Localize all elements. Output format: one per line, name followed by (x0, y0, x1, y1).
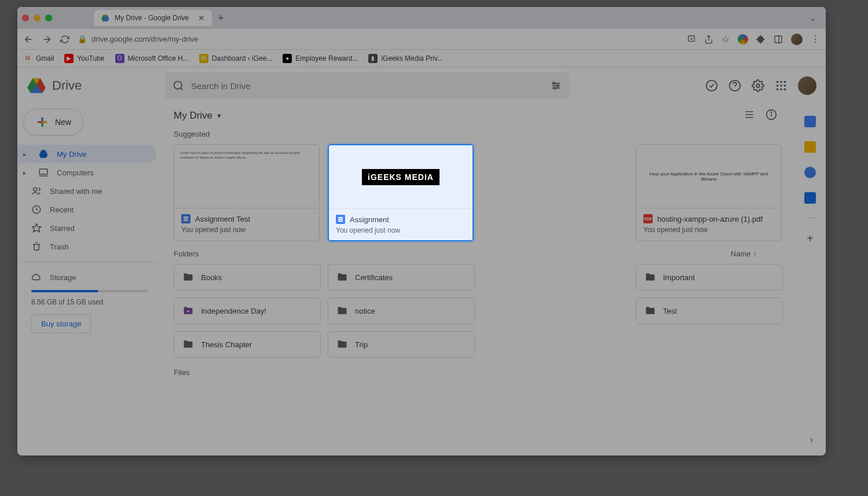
suggested-card-selected[interactable]: iGEEKS MEDIA AssignmentYou opened just n… (328, 144, 474, 241)
svg-marker-35 (32, 224, 41, 232)
clock-icon (31, 204, 42, 215)
account-avatar[interactable] (798, 76, 816, 95)
info-icon[interactable] (766, 109, 777, 120)
drive-logo[interactable]: Drive (27, 76, 160, 95)
folder-icon (182, 339, 194, 350)
help-icon[interactable] (728, 79, 741, 92)
install-app-icon[interactable] (687, 35, 696, 44)
menu-icon[interactable]: ⋮ (811, 34, 820, 45)
bookmark-star-icon[interactable]: ☆ (721, 34, 730, 45)
search-input[interactable] (191, 81, 543, 91)
main-content: My Drive▼ Suggested Lorem ipsum dolor si… (162, 104, 794, 455)
new-tab-button[interactable]: + (218, 12, 224, 24)
tasks-app-icon[interactable] (804, 167, 816, 178)
nav-shared[interactable]: Shared with me (17, 182, 156, 200)
bookmark-dashboard[interactable]: WDashboard ‹ iGee... (199, 54, 273, 63)
nav-my-drive[interactable]: ▸My Drive (17, 145, 156, 163)
sync-icon[interactable] (738, 34, 748, 45)
folder-item[interactable]: Test (636, 297, 783, 324)
folder-item[interactable]: Trip (328, 331, 475, 358)
address-bar[interactable]: 🔒 drive.google.com/drive/my-drive (78, 35, 679, 43)
side-panel-icon[interactable] (774, 35, 783, 44)
card-thumbnail: iGEEKS MEDIA (329, 145, 473, 209)
tab-bar: My Drive - Google Drive ✕ + ⌄ (17, 7, 826, 29)
docs-icon (181, 214, 191, 223)
nav-computers[interactable]: ▸Computers (17, 163, 156, 182)
buy-storage-button[interactable]: Buy storage (31, 314, 91, 333)
offline-ready-icon[interactable] (705, 79, 718, 92)
close-window[interactable] (22, 14, 29, 21)
svg-point-26 (784, 84, 786, 87)
reload-button[interactable] (60, 35, 69, 44)
add-app-icon[interactable]: + (807, 232, 814, 245)
svg-point-42 (187, 310, 189, 312)
svg-point-33 (34, 188, 37, 191)
pdf-icon: PDF (643, 214, 653, 223)
bookmark-employee[interactable]: ●Employee Reward... (283, 54, 358, 63)
keep-app-icon[interactable] (804, 141, 816, 153)
folder-item[interactable]: Certificates (328, 264, 475, 291)
name-sort-button[interactable]: Name ↑ (731, 249, 757, 258)
search-icon (173, 80, 184, 91)
minimize-window[interactable] (34, 14, 41, 21)
folder-icon (336, 339, 348, 350)
bookmark-youtube[interactable]: ▶YouTube (64, 54, 104, 63)
folder-item[interactable]: Books (174, 264, 321, 291)
collapse-side-panel-icon[interactable]: › (810, 435, 813, 445)
nav-recent[interactable]: Recent (17, 200, 156, 219)
bookmark-office[interactable]: OMicrosoft Office H... (115, 54, 189, 63)
suggested-label: Suggested (174, 130, 783, 138)
folder-item[interactable]: Important (636, 264, 783, 291)
caret-icon: ▸ (23, 151, 30, 157)
settings-icon[interactable] (752, 79, 764, 92)
extensions-icon[interactable] (756, 35, 766, 44)
bookmark-gmail[interactable]: MGmail (23, 54, 54, 63)
bookmark-igeeks[interactable]: ▮iGeeks Media Priv... (368, 54, 442, 63)
shared-folder-icon (182, 305, 194, 317)
folder-icon (182, 271, 194, 283)
nav-storage[interactable]: Storage (17, 268, 156, 286)
svg-point-29 (784, 89, 786, 91)
search-box[interactable] (164, 72, 570, 99)
svg-point-27 (777, 89, 779, 91)
suggested-card[interactable]: Lorem ipsum dolor sit amet consectetur a… (174, 144, 320, 241)
search-options-icon[interactable] (550, 80, 562, 91)
new-button[interactable]: New (23, 109, 83, 135)
svg-rect-31 (39, 169, 47, 174)
svg-point-28 (780, 89, 782, 91)
svg-rect-4 (775, 36, 782, 43)
folder-item[interactable]: Thesis Chapter (174, 331, 321, 358)
folder-item[interactable]: Independence Day! (174, 297, 321, 324)
nav-starred[interactable]: Starred (17, 219, 156, 237)
calendar-app-icon[interactable] (804, 116, 816, 127)
maximize-window[interactable] (45, 14, 52, 21)
svg-point-24 (777, 84, 779, 87)
folder-icon (336, 305, 348, 317)
breadcrumb[interactable]: My Drive▼ (174, 110, 783, 122)
share-icon[interactable] (704, 35, 713, 44)
folders-label: Folders (174, 249, 199, 258)
side-apps-panel: + (794, 104, 826, 455)
folder-icon (644, 305, 656, 317)
back-button[interactable] (23, 34, 34, 45)
people-icon (31, 186, 42, 196)
bookmarks-bar: MGmail ▶YouTube OMicrosoft Office H... W… (17, 50, 826, 67)
suggested-card[interactable]: Host your Application in the Azure Cloud… (636, 144, 782, 241)
card-thumbnail: Host your Application in the Azure Cloud… (636, 145, 781, 208)
svg-marker-30 (39, 150, 48, 158)
tab-overflow-icon[interactable]: ⌄ (810, 13, 821, 23)
list-view-icon[interactable] (744, 109, 755, 120)
close-tab-icon[interactable]: ✕ (198, 13, 205, 23)
browser-tab[interactable]: My Drive - Google Drive ✕ (94, 10, 212, 26)
window-controls (22, 14, 52, 21)
drive-favicon-icon (101, 13, 110, 23)
storage-text: 8.56 GB of 15 GB used (23, 296, 156, 308)
profile-avatar[interactable] (791, 34, 803, 45)
nav-trash[interactable]: Trash (17, 237, 156, 256)
folder-icon (644, 271, 656, 283)
folder-item[interactable]: notice (328, 297, 475, 324)
svg-point-25 (780, 84, 782, 87)
apps-grid-icon[interactable] (775, 79, 788, 92)
contacts-app-icon[interactable] (804, 192, 816, 204)
forward-button[interactable] (42, 34, 52, 45)
